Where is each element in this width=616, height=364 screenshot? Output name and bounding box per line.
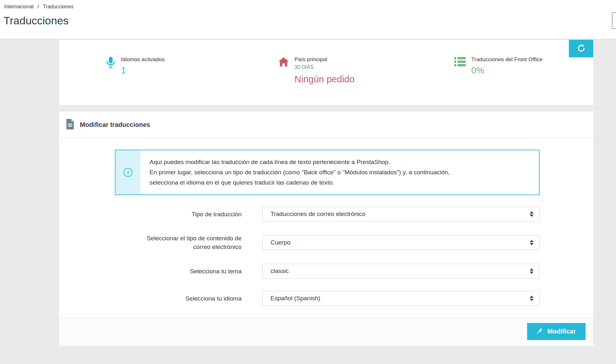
kpi-panel: Idiomas activados 1 País principal 30 DÍ… [59,40,593,105]
panel-footer: Modificar [59,317,593,346]
selected-value: Traducciones de correo electrónico [270,211,365,218]
kpi-sublabel: 30 DÍAS [295,64,355,70]
panel-title: Modificar traducciones [80,121,150,128]
truncated-help-button[interactable] [612,12,616,29]
selected-value: Español (Spanish) [270,295,320,302]
form-row-theme: Selecciona tu tema classic [133,264,593,278]
kpi-label: Idiomas activados [121,56,165,63]
translations-form: Tipo de traducción Traducciones de corre… [59,207,593,306]
pencil-icon [537,327,543,335]
select-arrows-icon [530,240,534,245]
select-arrows-icon [530,269,534,274]
breadcrumb: Internacional / Traducciones [0,0,616,10]
microphone-icon [106,57,116,70]
modify-translations-panel: Modificar traducciones i Aquí puedes mod… [59,112,593,346]
breadcrumb-item-traducciones[interactable]: Traducciones [43,4,73,9]
field-label: Selecciona tu idioma [133,294,242,303]
kpi-label: País principal [295,56,355,63]
email-content-type-select[interactable]: Cuerpo [262,235,540,250]
kpi-front-office-translations: Traducciones del Front Office 0% [417,56,593,85]
kpi-languages: Idiomas activados 1 [59,56,245,85]
kpi-main-country: País principal 30 DÍAS Ningún pedido [245,56,417,85]
info-icon: i [124,168,133,177]
info-alert-text: Aquí puedes modificar las traducción de … [141,150,459,194]
document-icon [66,119,74,131]
kpi-value: 0% [471,65,543,76]
breadcrumb-item-internacional[interactable]: Internacional [4,4,34,9]
info-alert-icon-column: i [116,150,141,194]
selected-value: classic [270,268,289,275]
refresh-icon [577,44,586,54]
refresh-button[interactable] [569,40,593,57]
form-row-email-content-type: Seleccionar el tipo de contenido de corr… [133,234,593,251]
form-row-translation-type: Tipo de traducción Traducciones de corre… [133,207,593,221]
panel-header: Modificar traducciones [59,112,593,138]
select-arrows-icon [530,211,534,217]
modify-button[interactable]: Modificar [527,323,586,340]
panel-body: i Aquí puedes modificar las traducción d… [59,138,593,317]
modify-button-label: Modificar [547,328,576,335]
info-alert: i Aquí puedes modificar las traducción d… [115,150,540,195]
kpi-value: 1 [121,65,165,76]
field-label: Tipo de traducción [133,210,242,219]
selected-value: Cuerpo [270,239,290,246]
info-alert-line: En primer lugar, selecciona un tipo de t… [150,167,450,178]
page-title: Traducciones [4,14,616,27]
info-alert-line: Aquí puedes modificar las traducción de … [150,157,450,167]
info-alert-line: selecciona el idioma en el que quieres t… [150,178,450,188]
select-arrows-icon [530,296,534,301]
field-label: Selecciona tu tema [133,267,242,276]
theme-select[interactable]: classic [262,264,540,278]
page-header: Internacional / Traducciones Traduccione… [0,0,616,40]
list-icon [454,57,466,68]
breadcrumb-separator: / [38,4,39,9]
field-label: Seleccionar el tipo de contenido de corr… [133,234,242,251]
home-icon [278,57,289,68]
kpi-label: Traducciones del Front Office [471,56,543,63]
translation-type-select[interactable]: Traducciones de correo electrónico [262,207,540,221]
form-row-language: Selecciona tu idioma Español (Spanish) [133,291,593,306]
kpi-value: Ningún pedido [295,74,355,85]
language-select[interactable]: Español (Spanish) [262,291,540,306]
